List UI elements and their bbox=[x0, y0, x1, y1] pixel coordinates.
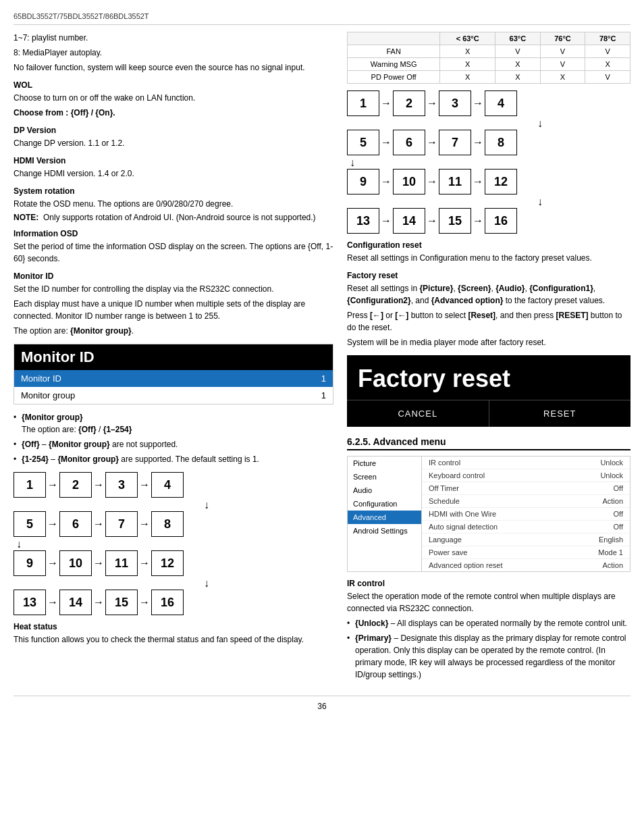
adv-nav-picture[interactable]: Picture bbox=[348, 457, 421, 470]
adv-label-schedule: Schedule bbox=[429, 497, 460, 505]
adv-nav-advanced[interactable]: Advanced bbox=[348, 511, 421, 524]
adv-nav-screen[interactable]: Screen bbox=[348, 470, 421, 484]
r-arrow-11-12: → bbox=[473, 176, 483, 188]
arrow-13-14: → bbox=[47, 596, 58, 608]
grid-diagram-1: 1 → 2 → 3 → 4 ↓ 5 → 6 → 7 → 8 bbox=[14, 472, 333, 615]
system-rotation-note: NOTE: Only supports rotation of Android … bbox=[14, 213, 333, 222]
monitor-group-row-value: 1 bbox=[321, 390, 326, 400]
adv-value-off-timer: Off bbox=[614, 484, 623, 492]
temperature-table: < 63°C 63°C 76°C 78°C FAN X V V V bbox=[347, 32, 630, 84]
grid-cell-6: 6 bbox=[59, 511, 92, 537]
adv-nav-configuration[interactable]: Configuration bbox=[348, 497, 421, 511]
r-grid-cell-13: 13 bbox=[347, 208, 379, 234]
monitor-id-text-3: The option are: {Monitor group}. bbox=[14, 325, 333, 337]
wol-heading: WOL bbox=[14, 80, 333, 90]
dp-version-heading: DP Version bbox=[14, 126, 333, 135]
grid-cell-10: 10 bbox=[59, 550, 92, 576]
info-osd-text: Set the period of time the information O… bbox=[14, 240, 333, 265]
pd-76: X bbox=[540, 71, 585, 84]
r-arrow-9-10: → bbox=[381, 176, 392, 188]
grid-cell-3: 3 bbox=[105, 472, 138, 498]
adv-value-advanced-reset: Action bbox=[602, 561, 623, 569]
temp-col-78: 78°C bbox=[585, 32, 630, 45]
warning-lt63: X bbox=[440, 58, 495, 71]
wol-text-2: Choose from : {Off} / {On}. bbox=[14, 107, 333, 119]
grid-cell-12: 12 bbox=[151, 550, 184, 576]
adv-label-keyboard: Keyboard control bbox=[429, 471, 485, 479]
adv-value-hdmi-one-wire: Off bbox=[614, 510, 623, 518]
config-reset-text: Reset all settings in Configuration menu… bbox=[347, 252, 630, 264]
pd-label: PD Power Off bbox=[348, 71, 440, 84]
adv-value-keyboard: Unlock bbox=[600, 471, 623, 479]
adv-label-language: Language bbox=[429, 536, 462, 544]
r-arrow-15-16: → bbox=[473, 215, 483, 227]
arrow-5-6: → bbox=[47, 518, 58, 530]
right-column: < 63°C 63°C 76°C 78°C FAN X V V V bbox=[347, 32, 630, 683]
monitor-id-text-1: Set the ID number for controlling the di… bbox=[14, 283, 333, 295]
r-down-arrow-8-9: ↓ bbox=[347, 157, 543, 169]
warning-label: Warning MSG bbox=[348, 58, 440, 71]
table-row-pd-power: PD Power Off X X X V bbox=[348, 71, 630, 84]
arrow-7-8: → bbox=[139, 518, 150, 530]
grid-cell-8: 8 bbox=[151, 511, 184, 537]
intro-item-1: 1~7: playlist number. bbox=[14, 32, 333, 44]
adv-row-off-timer: Off Timer Off bbox=[422, 482, 630, 495]
grid-cell-14: 14 bbox=[59, 590, 92, 615]
reset-button[interactable]: RESET bbox=[489, 400, 631, 427]
table-row-fan: FAN X V V V bbox=[348, 45, 630, 58]
r-down-arrow-12-16: ↓ bbox=[347, 196, 543, 208]
factory-reset-box: Factory reset CANCEL RESET bbox=[347, 355, 630, 427]
adv-row-keyboard: Keyboard control Unlock bbox=[422, 469, 630, 482]
factory-reset-text-1: Reset all settings in {Picture}, {Screen… bbox=[347, 282, 630, 307]
adv-label-power-save: Power save bbox=[429, 548, 467, 556]
adv-row-advanced-reset: Advanced option reset Action bbox=[422, 559, 630, 571]
monitor-id-text-2: Each display must have a unique ID numbe… bbox=[14, 298, 333, 322]
r-grid-cell-9: 9 bbox=[347, 169, 379, 194]
grid-cell-2: 2 bbox=[59, 472, 92, 498]
adv-row-schedule: Schedule Action bbox=[422, 495, 630, 508]
r-grid-cell-1: 1 bbox=[347, 90, 379, 116]
cancel-button[interactable]: CANCEL bbox=[347, 400, 489, 427]
left-column: 1~7: playlist number. 8: MediaPlayer aut… bbox=[14, 32, 333, 683]
adv-value-schedule: Action bbox=[602, 497, 623, 505]
pd-63: X bbox=[495, 71, 541, 84]
r-arrow-14-15: → bbox=[427, 215, 437, 227]
arrow-15-16: → bbox=[139, 596, 150, 608]
r-arrow-3-4: → bbox=[473, 97, 483, 109]
adv-value-auto-signal: Off bbox=[614, 523, 623, 531]
ir-control-bullets: {Unlock} – All displays can be operated … bbox=[347, 617, 630, 681]
down-arrow-12-16: ↓ bbox=[14, 577, 209, 590]
down-arrow-8-9: ↓ bbox=[14, 538, 209, 550]
arrow-10-11: → bbox=[93, 557, 104, 569]
adv-nav-audio[interactable]: Audio bbox=[348, 484, 421, 497]
hdmi-version-text: Change HDMI version. 1.4 or 2.0. bbox=[14, 167, 333, 180]
fan-lt63: X bbox=[440, 45, 495, 58]
fan-76: V bbox=[540, 45, 585, 58]
r-arrow-10-11: → bbox=[427, 176, 437, 188]
advanced-menu-box: Picture Screen Audio Configuration Advan… bbox=[347, 456, 630, 572]
adv-row-power-save: Power save Mode 1 bbox=[422, 546, 630, 559]
temp-col-63: 63°C bbox=[495, 32, 541, 45]
monitor-id-box: Monitor ID Monitor ID 1 Monitor group 1 bbox=[14, 344, 333, 405]
r-grid-cell-16: 16 bbox=[485, 208, 517, 234]
adv-nav-android[interactable]: Android Settings bbox=[348, 524, 421, 538]
arrow-6-7: → bbox=[93, 518, 104, 530]
heat-status-heading: Heat status bbox=[14, 622, 333, 631]
monitor-group-row-label: Monitor group bbox=[21, 390, 75, 400]
monitor-group-row[interactable]: Monitor group 1 bbox=[14, 387, 333, 404]
r-grid-cell-15: 15 bbox=[439, 208, 471, 234]
monitor-id-row-value: 1 bbox=[321, 373, 326, 384]
warning-76: V bbox=[540, 58, 585, 71]
r-grid-cell-11: 11 bbox=[439, 169, 471, 194]
info-osd-heading: Information OSD bbox=[14, 229, 333, 238]
adv-label-hdmi-one-wire: HDMI with One Wire bbox=[429, 510, 496, 518]
factory-reset-text-3: System will be in media player mode afte… bbox=[347, 336, 630, 348]
monitor-id-row-id[interactable]: Monitor ID 1 bbox=[14, 370, 333, 387]
adv-label-advanced-reset: Advanced option reset bbox=[429, 561, 502, 569]
factory-reset-heading: Factory reset bbox=[347, 271, 630, 280]
config-reset-heading: Configuration reset bbox=[347, 240, 630, 250]
monitor-id-row-label: Monitor ID bbox=[21, 373, 61, 384]
warning-63: X bbox=[495, 58, 541, 71]
arrow-2-3: → bbox=[93, 479, 104, 491]
grid-cell-13: 13 bbox=[14, 590, 46, 615]
